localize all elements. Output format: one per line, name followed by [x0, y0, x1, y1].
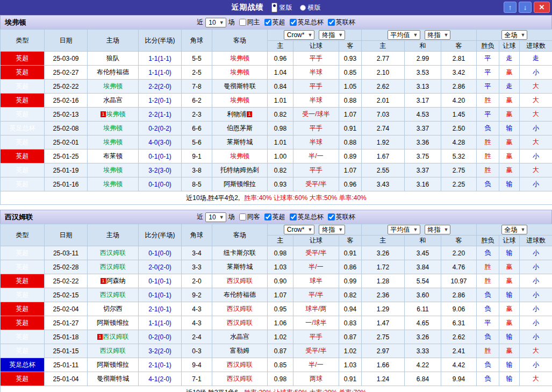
average-select[interactable]: 平均值▼	[388, 225, 420, 234]
close-button[interactable]: ✕	[534, 2, 550, 13]
chevron-down-icon: ▼	[338, 227, 343, 232]
home-team-cell: 埃弗顿	[88, 80, 139, 94]
odds-away: 0.91	[339, 246, 362, 260]
scroll-down-button[interactable]: ↓	[519, 2, 532, 13]
away-team-name: 莱斯特城	[227, 138, 253, 146]
match-row: 英超 25-01-18 1西汉姆联 0-2(0-0) 2-4 水晶宫 1.02 …	[1, 330, 552, 344]
match-date: 25-01-15	[45, 344, 88, 358]
fulltime-select[interactable]: 全场▼	[501, 30, 528, 40]
window-title-bar: 近期战绩 竖版 横版 ↑ ↓ ✕	[0, 0, 552, 15]
avg-home-odds: 1.28	[362, 274, 405, 288]
fa-cup-checkbox[interactable]	[290, 19, 297, 26]
filter-efl-cup[interactable]: 英联杯	[326, 18, 355, 27]
odds-away: 1.05	[339, 80, 362, 94]
bookmaker-select[interactable]: Crow*▼	[284, 225, 315, 234]
match-count-select[interactable]: 10▼	[205, 212, 226, 222]
result-winlose: 负	[477, 302, 499, 316]
efl-cup-checkbox[interactable]	[328, 213, 335, 220]
match-row: 英足总杯 25-01-11 阿斯顿维拉 2-1(0-1) 9-4 西汉姆联 0.…	[1, 358, 552, 372]
away-team-name: 西汉姆联	[227, 277, 253, 284]
handicap-cell: 一/球半	[293, 316, 339, 330]
radio-vertical-layout[interactable]: 竖版	[271, 3, 292, 12]
epl-checkbox[interactable]	[264, 213, 271, 220]
avg-away-odds: 2.75	[441, 163, 477, 177]
match-row: 英超 25-02-22 埃弗顿 2-2(2-0) 7-8 曼彻斯特联 0.84 …	[1, 80, 552, 94]
match-date: 25-02-01	[45, 136, 88, 149]
radio-horizontal-label: 横版	[308, 3, 321, 12]
result-winlose: 胜	[477, 344, 499, 358]
avg-draw-odds: 3.75	[405, 149, 441, 163]
avg-home-odds: 2.55	[362, 163, 405, 177]
summary-record: 近10场,胜3平1负6,	[186, 389, 240, 392]
efl-cup-checkbox[interactable]	[328, 19, 335, 26]
avg-draw-odds: 4.53	[405, 108, 441, 122]
home-team-name: 西汉姆联	[100, 263, 126, 270]
avg-away-odds: 4.42	[441, 358, 477, 372]
filter-same-away[interactable]: 同客	[237, 212, 260, 222]
match-count-value: 10	[209, 213, 216, 221]
chevron-down-icon: ▼	[444, 32, 449, 38]
filter-fa-cup[interactable]: 英足总杯	[288, 212, 324, 222]
filter-league-epl[interactable]: 英超	[262, 212, 285, 222]
match-date: 25-02-22	[45, 80, 88, 94]
away-team-name: 西汉姆联	[227, 375, 253, 382]
odds-home: 0.87	[268, 344, 293, 358]
result-handicap: 赢	[499, 316, 520, 330]
score-cell: 0-2(0-2)	[139, 122, 182, 136]
fa-cup-checkbox[interactable]	[290, 213, 297, 220]
col-header-corner: 角球	[182, 30, 212, 52]
final-odds-select[interactable]: 终指▼	[319, 225, 345, 234]
away-team-name: 托特纳姆热刺	[220, 166, 259, 174]
league-badge: 英超	[1, 246, 45, 260]
score-cell: 2-2(2-0)	[139, 80, 182, 94]
final-odds-select2[interactable]: 终指▼	[425, 30, 451, 40]
handicap-cell: 半/一	[293, 260, 339, 274]
final-odds-select[interactable]: 终指▼	[319, 30, 345, 40]
filter-fa-cup[interactable]: 英足总杯	[288, 18, 324, 27]
col-header-handicap: 让球	[293, 41, 339, 52]
odds-away: 0.96	[339, 177, 362, 191]
scroll-up-button[interactable]: ↑	[504, 2, 517, 13]
filter-league-epl[interactable]: 英超	[262, 18, 285, 27]
same-away-checkbox[interactable]	[239, 213, 246, 220]
fulltime-select[interactable]: 全场▼	[501, 225, 528, 234]
same-away-label: 同客	[247, 212, 260, 222]
odds-away: 0.93	[339, 52, 362, 66]
corner-cell: 6-2	[182, 94, 212, 108]
home-team-cell: 曼彻斯特城	[88, 372, 139, 386]
filter-bar: 近 10▼ 场 同主 英超 英足总杯 英联杯	[1, 18, 551, 27]
result-winlose: 胜	[477, 260, 499, 274]
epl-checkbox[interactable]	[264, 19, 271, 26]
away-team-cell: 曼彻斯特联	[212, 80, 268, 94]
match-date: 25-03-09	[45, 52, 88, 66]
final-odds-select2[interactable]: 终指▼	[425, 225, 451, 234]
match-count-select[interactable]: 10▼	[205, 18, 226, 27]
avg-away-odds: 10.97	[441, 274, 477, 288]
score-cell: 4-1(2-0)	[139, 372, 182, 386]
handicap-cell: 半球	[293, 66, 339, 80]
average-select[interactable]: 平均值▼	[388, 30, 420, 40]
filter-same-home[interactable]: 同主	[237, 18, 260, 27]
league-badge: 英超	[1, 94, 45, 108]
avg-away-odds: 3.42	[441, 66, 477, 80]
radio-horizontal-layout[interactable]: 横版	[300, 3, 321, 12]
same-home-checkbox[interactable]	[239, 19, 246, 26]
avg-home-odds: 7.03	[362, 108, 405, 122]
result-goals: 大	[520, 372, 552, 386]
score-cell: 1-1(1-0)	[139, 316, 182, 330]
avg-draw-odds: 5.54	[405, 274, 441, 288]
avg-home-odds: 1.47	[362, 316, 405, 330]
home-team-name: 水晶宫	[103, 96, 123, 104]
score-cell: 0-1(0-1)	[139, 288, 182, 302]
match-date: 25-02-27	[45, 66, 88, 80]
home-team-name: 埃弗顿	[103, 138, 123, 146]
filter-efl-cup[interactable]: 英联杯	[326, 212, 355, 222]
avg-draw-odds: 4.65	[405, 316, 441, 330]
window-buttons: ↑ ↓ ✕	[504, 2, 550, 13]
radio-selected-icon	[271, 3, 277, 12]
fa-cup-label: 英足总杯	[298, 212, 324, 222]
corner-cell: 3-8	[182, 163, 212, 177]
summary-row: 近10场,胜3平1负6,胜率:30% 让球率:50% 大率:20% 单率:70%	[1, 386, 552, 392]
bookmaker-select[interactable]: Crow*▼	[284, 30, 315, 40]
score-cell: 1-2(0-1)	[139, 94, 182, 108]
